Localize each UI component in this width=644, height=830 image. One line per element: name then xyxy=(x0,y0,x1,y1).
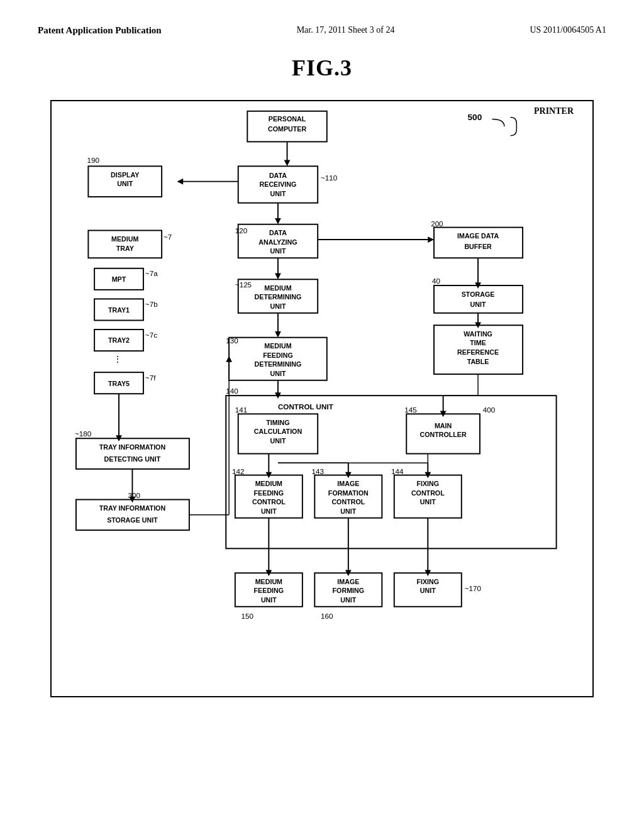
svg-text:~125: ~125 xyxy=(235,280,252,289)
svg-text:~7a: ~7a xyxy=(145,269,158,277)
svg-text:145: 145 xyxy=(404,406,416,414)
svg-text:40: 40 xyxy=(432,277,440,285)
svg-text:MEDIUM: MEDIUM xyxy=(111,235,138,243)
svg-rect-15 xyxy=(238,224,318,258)
svg-text:~7f: ~7f xyxy=(145,374,156,382)
svg-rect-52 xyxy=(235,475,303,518)
svg-rect-98 xyxy=(88,166,162,197)
svg-text:PERSONAL: PERSONAL xyxy=(269,115,306,123)
svg-text:UNIT: UNIT xyxy=(270,247,286,255)
svg-text:MEDIUM: MEDIUM xyxy=(264,342,291,350)
svg-text:150: 150 xyxy=(242,612,254,620)
svg-text:FORMING: FORMING xyxy=(333,587,364,594)
svg-text:MEDIUM: MEDIUM xyxy=(264,284,291,292)
svg-rect-92 xyxy=(394,573,462,607)
svg-text:DATA: DATA xyxy=(269,172,287,179)
svg-rect-42 xyxy=(238,414,318,453)
svg-text:500: 500 xyxy=(468,113,482,122)
svg-text:UNIT: UNIT xyxy=(420,498,436,506)
svg-text:CALCULATION: CALCULATION xyxy=(254,428,302,435)
svg-rect-116 xyxy=(94,372,143,394)
svg-text:DATA: DATA xyxy=(269,229,287,236)
svg-text:TRAY5: TRAY5 xyxy=(108,380,130,387)
svg-marker-70 xyxy=(265,472,272,479)
svg-text:~7: ~7 xyxy=(164,233,172,241)
svg-rect-31 xyxy=(229,338,327,380)
svg-text:UNIT: UNIT xyxy=(340,507,356,515)
figure-title: FIG.3 xyxy=(38,55,606,81)
svg-text:CONTROL: CONTROL xyxy=(411,489,445,497)
svg-rect-125 xyxy=(76,500,189,531)
svg-text:143: 143 xyxy=(311,467,323,475)
svg-text:144: 144 xyxy=(391,467,404,475)
svg-text:CONTROL: CONTROL xyxy=(252,498,286,506)
svg-text:UNIT: UNIT xyxy=(340,596,356,604)
svg-rect-142 xyxy=(434,325,523,374)
svg-text:TABLE: TABLE xyxy=(467,358,489,365)
svg-rect-6 xyxy=(238,166,318,202)
svg-text:FIXING: FIXING xyxy=(416,480,439,487)
header-center: Mar. 17, 2011 Sheet 3 of 24 xyxy=(297,25,395,35)
svg-text:160: 160 xyxy=(321,612,333,620)
svg-rect-106 xyxy=(94,268,143,290)
svg-text:MEDIUM: MEDIUM xyxy=(255,480,282,487)
svg-text:WAITING: WAITING xyxy=(464,330,492,338)
svg-marker-150 xyxy=(475,322,481,328)
svg-rect-24 xyxy=(238,279,318,313)
svg-text:DISPLAY: DISPLAY xyxy=(111,171,139,179)
svg-rect-112 xyxy=(94,329,143,351)
svg-text:~7c: ~7c xyxy=(145,331,157,339)
svg-text:FEEDING: FEEDING xyxy=(254,587,284,594)
svg-text:200: 200 xyxy=(431,219,443,228)
svg-text:ANALYZING: ANALYZING xyxy=(258,238,297,246)
svg-text:TIME: TIME xyxy=(470,339,486,346)
svg-marker-21 xyxy=(428,236,434,243)
svg-text:TRAY: TRAY xyxy=(116,245,134,252)
header-left: Patent Application Publication xyxy=(38,25,162,36)
svg-text:DETERMINING: DETERMINING xyxy=(255,360,302,368)
svg-rect-102 xyxy=(88,230,162,258)
svg-text:TRAY1: TRAY1 xyxy=(108,306,130,314)
svg-text:120: 120 xyxy=(235,226,248,235)
svg-text:FEEDING: FEEDING xyxy=(254,489,284,497)
svg-text:TRAY  INFORMATION: TRAY INFORMATION xyxy=(99,504,166,512)
svg-rect-138 xyxy=(434,285,523,313)
svg-text:STORAGE: STORAGE xyxy=(462,290,495,298)
svg-text:~7b: ~7b xyxy=(145,300,158,308)
svg-marker-14 xyxy=(275,218,281,224)
svg-rect-134 xyxy=(434,228,523,258)
svg-text:~110: ~110 xyxy=(321,174,338,182)
svg-marker-73 xyxy=(345,472,352,479)
svg-marker-130 xyxy=(130,497,136,503)
svg-text:UNIT: UNIT xyxy=(261,596,277,604)
svg-text:FORMATION: FORMATION xyxy=(328,489,369,497)
svg-rect-58 xyxy=(314,475,382,518)
svg-text:CONTROL: CONTROL xyxy=(331,498,365,506)
svg-marker-41 xyxy=(275,392,281,399)
svg-marker-154 xyxy=(440,411,447,417)
svg-marker-133 xyxy=(226,356,232,362)
svg-text:141: 141 xyxy=(235,406,247,414)
svg-text:MEDIUM: MEDIUM xyxy=(255,578,282,585)
svg-text:TRAY  INFORMATION: TRAY INFORMATION xyxy=(99,443,166,451)
svg-text:~170: ~170 xyxy=(465,584,482,592)
svg-text:140: 140 xyxy=(226,387,238,395)
svg-text:RECEIVING: RECEIVING xyxy=(260,180,297,188)
svg-text:MPT: MPT xyxy=(112,275,126,283)
svg-text:130: 130 xyxy=(226,336,238,345)
svg-text:UNIT: UNIT xyxy=(261,507,277,515)
svg-text:REFERENCE: REFERENCE xyxy=(457,348,499,356)
svg-marker-91 xyxy=(345,570,352,576)
svg-marker-5 xyxy=(284,160,291,167)
svg-text:IMAGE: IMAGE xyxy=(337,480,359,487)
svg-rect-85 xyxy=(314,573,382,607)
svg-rect-109 xyxy=(94,299,143,320)
svg-text:UNIT: UNIT xyxy=(270,302,286,310)
page: Patent Application Publication Mar. 17, … xyxy=(0,0,644,830)
svg-text:DETERMINING: DETERMINING xyxy=(255,293,302,301)
printer-label: PRINTER xyxy=(534,106,574,116)
svg-marker-148 xyxy=(475,282,481,289)
svg-text:UNIT: UNIT xyxy=(420,587,436,594)
svg-text:DETECTING  UNIT: DETECTING UNIT xyxy=(104,455,161,463)
svg-text:MAIN: MAIN xyxy=(435,422,452,429)
